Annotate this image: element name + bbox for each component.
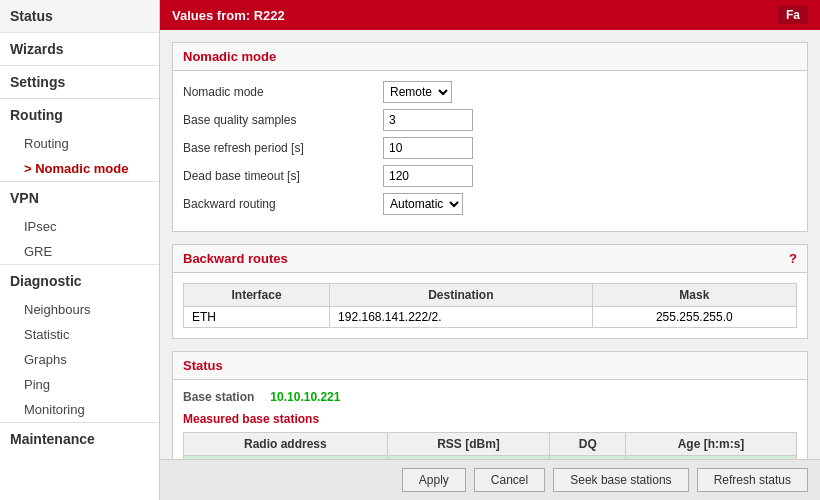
nomadic-mode-section: Nomadic mode Nomadic mode Remote Local O… (172, 42, 808, 232)
cancel-button[interactable]: Cancel (474, 468, 545, 492)
base-quality-row: Base quality samples (183, 109, 797, 131)
col-rss: RSS [dBm] (387, 433, 550, 456)
nomadic-mode-select[interactable]: Remote Local Off (383, 81, 452, 103)
dead-base-label: Dead base timeout [s] (183, 169, 383, 183)
dead-base-control (383, 165, 473, 187)
footer-bar: Apply Cancel Seek base stations Refresh … (160, 459, 820, 500)
sidebar-item-statistic[interactable]: Statistic (0, 322, 159, 347)
sidebar-item-routing-sub[interactable]: Routing (0, 131, 159, 156)
col-radio-address: Radio address (184, 433, 388, 456)
refresh-button[interactable]: Refresh status (697, 468, 808, 492)
backward-routing-control: Automatic Manual (383, 193, 463, 215)
main-panel: Values from: R222 Fa Nomadic mode Nomadi… (160, 0, 820, 500)
base-refresh-input[interactable] (383, 137, 473, 159)
backward-routing-label: Backward routing (183, 197, 383, 211)
sidebar-item-ping[interactable]: Ping (0, 372, 159, 397)
header-bar: Values from: R222 Fa (160, 0, 820, 30)
nomadic-mode-content: Nomadic mode Remote Local Off Base quali… (173, 71, 807, 231)
cell-interface: ETH (184, 307, 330, 328)
base-station-value: 10.10.10.221 (270, 390, 340, 404)
header-fa: Fa (778, 6, 808, 24)
nomadic-mode-row: Nomadic mode Remote Local Off (183, 81, 797, 103)
sidebar-item-maintenance[interactable]: Maintenance (0, 423, 159, 455)
sidebar-item-wizards[interactable]: Wizards (0, 33, 159, 65)
backward-routing-select[interactable]: Automatic Manual (383, 193, 463, 215)
backward-routes-help[interactable]: ? (789, 251, 797, 266)
cell-mask: 255.255.255.0 (592, 307, 796, 328)
status-content: Base station 10.10.10.221 Measured base … (173, 380, 807, 459)
sidebar-item-ipsec[interactable]: IPsec (0, 214, 159, 239)
sidebar-item-monitoring[interactable]: Monitoring (0, 397, 159, 422)
base-quality-label: Base quality samples (183, 113, 383, 127)
backward-routes-section: Backward routes ? Interface Destination … (172, 244, 808, 339)
table-row: ETH 192.168.141.222/2. 255.255.255.0 (184, 307, 797, 328)
col-dq: DQ (550, 433, 626, 456)
backward-routes-content: Interface Destination Mask ETH 192.168.1… (173, 273, 807, 338)
sidebar: Status Wizards Settings Routing Routing … (0, 0, 160, 500)
sidebar-item-routing[interactable]: Routing (0, 99, 159, 131)
dead-base-input[interactable] (383, 165, 473, 187)
sidebar-item-status[interactable]: Status (0, 0, 159, 32)
nomadic-mode-title: Nomadic mode (173, 43, 807, 71)
apply-button[interactable]: Apply (402, 468, 466, 492)
dead-base-row: Dead base timeout [s] (183, 165, 797, 187)
base-refresh-control (383, 137, 473, 159)
sidebar-item-settings[interactable]: Settings (0, 66, 159, 98)
backward-routes-title: Backward routes ? (173, 245, 807, 273)
measured-label: Measured base stations (183, 412, 797, 426)
sidebar-item-diagnostic[interactable]: Diagnostic (0, 265, 159, 297)
seek-button[interactable]: Seek base stations (553, 468, 688, 492)
backward-routing-row: Backward routing Automatic Manual (183, 193, 797, 215)
cell-destination: 192.168.141.222/2. (330, 307, 593, 328)
status-section: Status Base station 10.10.10.221 Measure… (172, 351, 808, 459)
col-age: Age [h:m:s] (626, 433, 797, 456)
base-refresh-label: Base refresh period [s] (183, 141, 383, 155)
sidebar-item-neighbours[interactable]: Neighbours (0, 297, 159, 322)
status-section-title: Status (173, 352, 807, 380)
nomadic-mode-control: Remote Local Off (383, 81, 452, 103)
base-station-label: Base station (183, 390, 254, 404)
base-station-row: Base station 10.10.10.221 (183, 390, 797, 404)
base-refresh-row: Base refresh period [s] (183, 137, 797, 159)
header-values-from: Values from: R222 (172, 8, 285, 23)
col-mask: Mask (592, 284, 796, 307)
base-quality-control (383, 109, 473, 131)
measured-stations-table: Radio address RSS [dBm] DQ Age [h:m:s] 1… (183, 432, 797, 459)
sidebar-item-vpn[interactable]: VPN (0, 182, 159, 214)
backward-routes-table: Interface Destination Mask ETH 192.168.1… (183, 283, 797, 328)
sidebar-item-gre[interactable]: GRE (0, 239, 159, 264)
sidebar-item-graphs[interactable]: Graphs (0, 347, 159, 372)
content-area: Nomadic mode Nomadic mode Remote Local O… (160, 30, 820, 459)
col-interface: Interface (184, 284, 330, 307)
nomadic-mode-label: Nomadic mode (183, 85, 383, 99)
base-quality-input[interactable] (383, 109, 473, 131)
sidebar-item-nomadic-mode[interactable]: Nomadic mode (0, 156, 159, 181)
col-destination: Destination (330, 284, 593, 307)
